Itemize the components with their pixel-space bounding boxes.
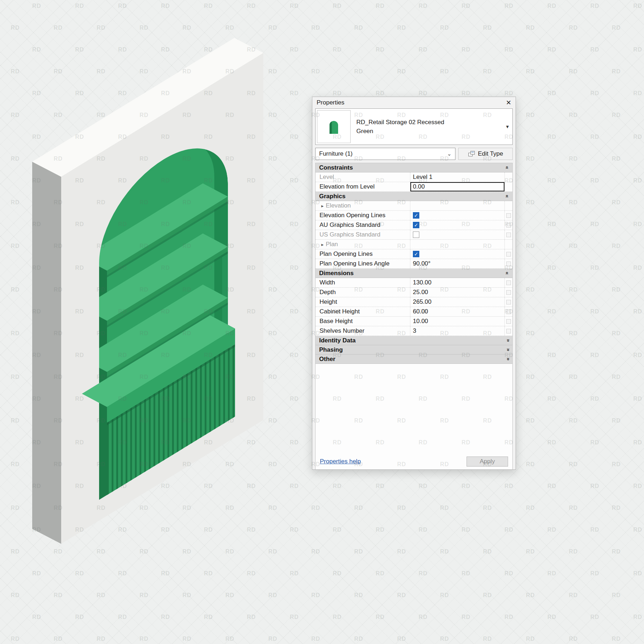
row-us-graphics-standard: US Graphics Standard <box>316 230 512 240</box>
row-shelves-number: Shelves Number 3 <box>316 326 512 336</box>
type-selector[interactable]: RD_Retail Storage 02 Recessed Green ▾ <box>315 108 513 145</box>
row-plan-opening-lines: Plan Opening Lines <box>316 249 512 259</box>
section-identity-data[interactable]: Identity Data « <box>316 336 512 345</box>
property-grid: Constraints « Level Level 1 Elevation fr… <box>315 163 513 469</box>
wall-side-face <box>32 162 61 544</box>
level-value: Level 1 <box>410 172 504 182</box>
collapse-chevron-icon[interactable]: « <box>504 195 510 197</box>
associate-param-box[interactable] <box>506 319 511 324</box>
elevation-opening-lines-checkbox[interactable] <box>413 212 419 219</box>
category-row: Furniture (1) ⌄ Edit Type <box>315 148 513 160</box>
type-thumbnail <box>317 110 351 143</box>
expand-chevron-icon[interactable]: « <box>504 357 510 360</box>
height-input[interactable]: 265.00 <box>410 297 504 307</box>
row-level: Level Level 1 <box>316 172 512 182</box>
collapse-chevron-icon[interactable]: « <box>504 166 510 169</box>
panel-title: Properties <box>317 99 344 106</box>
row-depth: Depth 25.00 <box>316 288 512 297</box>
apply-button[interactable]: Apply <box>467 457 508 467</box>
associate-param-box[interactable] <box>506 280 511 285</box>
panel-footer: Properties help Apply <box>316 454 512 469</box>
edit-type-icon <box>468 151 475 157</box>
expander-icon[interactable]: ▸ <box>321 203 324 209</box>
associate-param-box[interactable] <box>506 252 511 257</box>
row-au-graphics-standard: AU Graphics Standard <box>316 220 512 230</box>
category-select-value: Furniture (1) <box>319 150 353 157</box>
row-height: Height 265.00 <box>316 297 512 307</box>
row-elevation-from-level: Elevation from Level 0.00 <box>316 182 512 192</box>
associate-param-box[interactable] <box>506 300 511 304</box>
expander-icon[interactable]: ▸ <box>321 242 324 247</box>
section-phasing[interactable]: Phasing « <box>316 345 512 355</box>
type-name: RD_Retail Storage 02 Recessed Green <box>352 118 449 136</box>
associate-param-box[interactable] <box>506 223 511 228</box>
associate-param-box[interactable] <box>506 329 511 333</box>
associate-param-box[interactable] <box>506 290 511 295</box>
row-base-height: Base Height 10.00 <box>316 317 512 326</box>
width-input[interactable]: 130.00 <box>410 278 504 287</box>
us-graphics-standard-checkbox[interactable] <box>413 231 419 238</box>
grid-empty-area <box>316 364 512 454</box>
expand-chevron-icon[interactable]: « <box>504 348 510 351</box>
row-plan-group[interactable]: ▸Plan <box>316 240 512 249</box>
section-other[interactable]: Other « <box>316 355 512 364</box>
properties-help-link[interactable]: Properties help <box>320 458 361 465</box>
plan-opening-lines-checkbox[interactable] <box>413 251 419 257</box>
section-constraints[interactable]: Constraints « <box>316 163 512 172</box>
au-graphics-standard-checkbox[interactable] <box>413 222 419 228</box>
base-height-input[interactable]: 10.00 <box>410 317 504 326</box>
properties-panel: Properties ✕ RD_Retail Storage 02 Recess… <box>312 97 516 470</box>
elevation-from-level-input[interactable]: 0.00 <box>410 182 504 191</box>
row-elevation-group[interactable]: ▸Elevation <box>316 201 512 211</box>
cabinet-height-input[interactable]: 60.00 <box>410 307 504 316</box>
row-plan-opening-lines-angle: Plan Opening Lines Angle 90.00° <box>316 259 512 269</box>
plan-opening-lines-angle-input[interactable]: 90.00° <box>410 259 504 268</box>
section-graphics[interactable]: Graphics « <box>316 192 512 201</box>
row-width: Width 130.00 <box>316 278 512 288</box>
category-select[interactable]: Furniture (1) ⌄ <box>315 148 455 160</box>
section-dimensions[interactable]: Dimensions « <box>316 269 512 278</box>
row-elevation-opening-lines: Elevation Opening Lines <box>316 211 512 220</box>
select-caret-icon: ⌄ <box>447 151 452 157</box>
associate-param-box[interactable] <box>506 262 511 266</box>
expand-chevron-icon[interactable]: « <box>504 339 510 342</box>
shelves-number-input[interactable]: 3 <box>410 326 504 336</box>
edit-type-button[interactable]: Edit Type <box>458 148 513 160</box>
associate-param-box[interactable] <box>506 213 511 218</box>
panel-titlebar: Properties ✕ <box>312 97 516 108</box>
type-dropdown-icon[interactable]: ▾ <box>502 123 512 130</box>
associate-param-box[interactable] <box>506 233 511 237</box>
associate-param-box[interactable] <box>506 309 511 314</box>
depth-input[interactable]: 25.00 <box>410 288 504 297</box>
row-cabinet-height: Cabinet Height 60.00 <box>316 307 512 317</box>
edit-type-label: Edit Type <box>478 150 503 157</box>
close-icon[interactable]: ✕ <box>506 99 511 106</box>
collapse-chevron-icon[interactable]: « <box>504 272 510 274</box>
arch-thumbnail-icon <box>323 116 345 137</box>
